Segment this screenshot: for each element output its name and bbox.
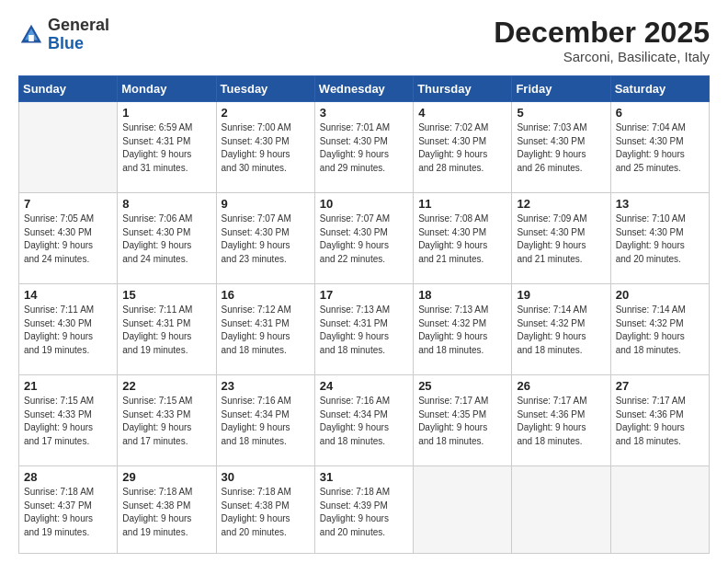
calendar-header-saturday: Saturday — [610, 76, 709, 102]
day-info: Sunrise: 7:13 AM Sunset: 4:31 PM Dayligh… — [320, 304, 408, 357]
calendar-cell: 15Sunrise: 7:11 AM Sunset: 4:31 PM Dayli… — [118, 284, 216, 375]
day-info: Sunrise: 7:18 AM Sunset: 4:37 PM Dayligh… — [24, 486, 112, 539]
calendar-cell: 7Sunrise: 7:05 AM Sunset: 4:30 PM Daylig… — [19, 193, 118, 284]
day-info: Sunrise: 7:12 AM Sunset: 4:31 PM Dayligh… — [222, 304, 310, 357]
calendar-week-row: 28Sunrise: 7:18 AM Sunset: 4:37 PM Dayli… — [19, 466, 710, 554]
calendar-cell: 5Sunrise: 7:03 AM Sunset: 4:30 PM Daylig… — [512, 102, 610, 193]
day-info: Sunrise: 7:14 AM Sunset: 4:32 PM Dayligh… — [517, 304, 605, 357]
title-block: December 2025 Sarconi, Basilicate, Italy — [494, 17, 710, 64]
calendar-week-row: 21Sunrise: 7:15 AM Sunset: 4:33 PM Dayli… — [19, 375, 710, 466]
day-number: 16 — [222, 288, 310, 302]
day-number: 3 — [320, 106, 408, 120]
calendar-cell — [414, 466, 512, 554]
day-number: 22 — [122, 379, 210, 393]
day-number: 13 — [616, 197, 704, 211]
calendar-cell: 20Sunrise: 7:14 AM Sunset: 4:32 PM Dayli… — [610, 284, 709, 375]
calendar-cell: 16Sunrise: 7:12 AM Sunset: 4:31 PM Dayli… — [216, 284, 314, 375]
calendar-cell: 26Sunrise: 7:17 AM Sunset: 4:36 PM Dayli… — [512, 375, 610, 466]
day-info: Sunrise: 7:05 AM Sunset: 4:30 PM Dayligh… — [24, 213, 112, 266]
calendar-cell: 9Sunrise: 7:07 AM Sunset: 4:30 PM Daylig… — [216, 193, 314, 284]
day-number: 15 — [122, 288, 210, 302]
calendar-cell: 23Sunrise: 7:16 AM Sunset: 4:34 PM Dayli… — [216, 375, 314, 466]
calendar-cell: 25Sunrise: 7:17 AM Sunset: 4:35 PM Dayli… — [414, 375, 512, 466]
day-info: Sunrise: 7:17 AM Sunset: 4:35 PM Dayligh… — [418, 395, 506, 448]
calendar-header-tuesday: Tuesday — [216, 76, 314, 102]
logo-text: General Blue — [48, 17, 109, 53]
day-info: Sunrise: 7:11 AM Sunset: 4:30 PM Dayligh… — [24, 304, 112, 357]
calendar-cell: 18Sunrise: 7:13 AM Sunset: 4:32 PM Dayli… — [414, 284, 512, 375]
day-info: Sunrise: 7:13 AM Sunset: 4:32 PM Dayligh… — [418, 304, 506, 357]
day-info: Sunrise: 7:15 AM Sunset: 4:33 PM Dayligh… — [24, 395, 112, 448]
calendar-header-thursday: Thursday — [414, 76, 512, 102]
calendar-cell: 22Sunrise: 7:15 AM Sunset: 4:33 PM Dayli… — [118, 375, 216, 466]
calendar-cell: 11Sunrise: 7:08 AM Sunset: 4:30 PM Dayli… — [414, 193, 512, 284]
calendar-cell: 31Sunrise: 7:18 AM Sunset: 4:39 PM Dayli… — [314, 466, 413, 554]
calendar-cell: 14Sunrise: 7:11 AM Sunset: 4:30 PM Dayli… — [19, 284, 118, 375]
day-number: 21 — [24, 379, 112, 393]
day-info: Sunrise: 7:18 AM Sunset: 4:38 PM Dayligh… — [222, 486, 310, 539]
calendar-cell: 13Sunrise: 7:10 AM Sunset: 4:30 PM Dayli… — [610, 193, 709, 284]
day-info: Sunrise: 7:11 AM Sunset: 4:31 PM Dayligh… — [122, 304, 210, 357]
day-info: Sunrise: 7:09 AM Sunset: 4:30 PM Dayligh… — [517, 213, 605, 266]
day-number: 24 — [320, 379, 408, 393]
day-info: Sunrise: 7:07 AM Sunset: 4:30 PM Dayligh… — [222, 213, 310, 266]
calendar-cell: 17Sunrise: 7:13 AM Sunset: 4:31 PM Dayli… — [314, 284, 413, 375]
calendar-header-friday: Friday — [512, 76, 610, 102]
day-info: Sunrise: 7:04 AM Sunset: 4:30 PM Dayligh… — [616, 121, 704, 175]
calendar-cell: 19Sunrise: 7:14 AM Sunset: 4:32 PM Dayli… — [512, 284, 610, 375]
day-info: Sunrise: 7:06 AM Sunset: 4:30 PM Dayligh… — [122, 213, 210, 266]
day-info: Sunrise: 7:18 AM Sunset: 4:38 PM Dayligh… — [122, 486, 210, 539]
day-info: Sunrise: 7:03 AM Sunset: 4:30 PM Dayligh… — [517, 121, 605, 175]
calendar-cell: 24Sunrise: 7:16 AM Sunset: 4:34 PM Dayli… — [314, 375, 413, 466]
calendar-cell — [512, 466, 610, 554]
page: General Blue December 2025 Sarconi, Basi… — [0, 0, 728, 563]
day-number: 7 — [24, 197, 112, 211]
day-number: 14 — [24, 288, 112, 302]
day-number: 2 — [222, 106, 310, 120]
day-number: 23 — [222, 379, 310, 393]
calendar-cell: 30Sunrise: 7:18 AM Sunset: 4:38 PM Dayli… — [216, 466, 314, 554]
day-info: Sunrise: 7:18 AM Sunset: 4:39 PM Dayligh… — [320, 486, 408, 539]
day-info: Sunrise: 7:17 AM Sunset: 4:36 PM Dayligh… — [517, 395, 605, 448]
month-title: December 2025 — [494, 17, 710, 49]
logo-icon — [18, 22, 44, 48]
calendar-week-row: 7Sunrise: 7:05 AM Sunset: 4:30 PM Daylig… — [19, 193, 710, 284]
calendar-cell: 29Sunrise: 7:18 AM Sunset: 4:38 PM Dayli… — [118, 466, 216, 554]
calendar-cell: 1Sunrise: 6:59 AM Sunset: 4:31 PM Daylig… — [118, 102, 216, 193]
day-info: Sunrise: 7:15 AM Sunset: 4:33 PM Dayligh… — [122, 395, 210, 448]
day-number: 8 — [122, 197, 210, 211]
day-info: Sunrise: 7:02 AM Sunset: 4:30 PM Dayligh… — [418, 121, 506, 175]
day-number: 1 — [122, 106, 210, 120]
calendar-header-row: SundayMondayTuesdayWednesdayThursdayFrid… — [19, 76, 710, 102]
day-info: Sunrise: 6:59 AM Sunset: 4:31 PM Dayligh… — [122, 121, 210, 175]
calendar-cell: 12Sunrise: 7:09 AM Sunset: 4:30 PM Dayli… — [512, 193, 610, 284]
day-number: 30 — [222, 470, 310, 484]
day-number: 28 — [24, 470, 112, 484]
calendar-cell: 3Sunrise: 7:01 AM Sunset: 4:30 PM Daylig… — [314, 102, 413, 193]
day-number: 10 — [320, 197, 408, 211]
calendar-header-monday: Monday — [118, 76, 216, 102]
day-number: 11 — [418, 197, 506, 211]
day-number: 27 — [616, 379, 704, 393]
day-info: Sunrise: 7:16 AM Sunset: 4:34 PM Dayligh… — [222, 395, 310, 448]
location-title: Sarconi, Basilicate, Italy — [494, 49, 710, 64]
calendar-cell — [610, 466, 709, 554]
day-number: 31 — [320, 470, 408, 484]
day-number: 18 — [418, 288, 506, 302]
day-number: 17 — [320, 288, 408, 302]
calendar-cell: 4Sunrise: 7:02 AM Sunset: 4:30 PM Daylig… — [414, 102, 512, 193]
calendar-cell: 8Sunrise: 7:06 AM Sunset: 4:30 PM Daylig… — [118, 193, 216, 284]
calendar-cell: 27Sunrise: 7:17 AM Sunset: 4:36 PM Dayli… — [610, 375, 709, 466]
calendar-table: SundayMondayTuesdayWednesdayThursdayFrid… — [18, 75, 710, 554]
day-info: Sunrise: 7:16 AM Sunset: 4:34 PM Dayligh… — [320, 395, 408, 448]
logo-blue: Blue — [48, 34, 84, 52]
day-info: Sunrise: 7:08 AM Sunset: 4:30 PM Dayligh… — [418, 213, 506, 266]
day-number: 6 — [616, 106, 704, 120]
calendar-week-row: 1Sunrise: 6:59 AM Sunset: 4:31 PM Daylig… — [19, 102, 710, 193]
day-info: Sunrise: 7:17 AM Sunset: 4:36 PM Dayligh… — [616, 395, 704, 448]
day-number: 9 — [222, 197, 310, 211]
header: General Blue December 2025 Sarconi, Basi… — [18, 17, 710, 64]
day-info: Sunrise: 7:01 AM Sunset: 4:30 PM Dayligh… — [320, 121, 408, 175]
calendar-header-wednesday: Wednesday — [314, 76, 413, 102]
calendar-cell: 6Sunrise: 7:04 AM Sunset: 4:30 PM Daylig… — [610, 102, 709, 193]
